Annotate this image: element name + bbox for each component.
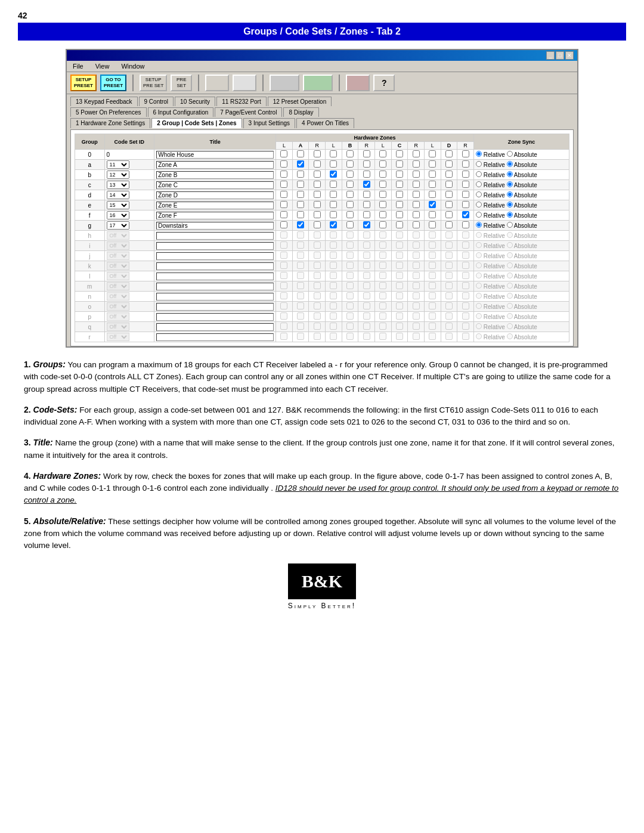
zone-A-L-checkbox[interactable] [280,171,287,178]
codeset-cell[interactable]: 17 [104,221,154,231]
codeset-cell[interactable]: 14 [104,190,154,200]
zone-B-checkbox[interactable] [330,221,337,228]
setup-preset-button[interactable]: SETUPPRESET [70,75,97,91]
sync-relative-radio[interactable] [476,202,482,208]
zone-F-checkbox[interactable] [462,191,469,198]
title-cell[interactable] [154,221,276,231]
sync-absolute-radio[interactable] [507,212,513,218]
zone-E-checkbox[interactable] [429,160,436,168]
zone-D-L-checkbox[interactable] [379,171,386,178]
zone-C-checkbox[interactable] [363,201,370,208]
tab-group-code-sets-zones[interactable]: 2 Group | Code Sets | Zones [151,118,242,128]
zone-F-L-checkbox[interactable] [445,191,453,198]
sync-absolute-radio[interactable] [507,222,513,228]
zone-B-L-checkbox[interactable] [314,191,321,198]
tab-power-on-pref[interactable]: 5 Power On Preferences [70,107,147,117]
zone-F-L-checkbox[interactable] [445,160,453,168]
sync-relative-radio[interactable] [476,212,482,218]
zone-D-checkbox[interactable] [396,191,403,198]
tab-input-settings[interactable]: 3 Input Settings [243,118,296,128]
codeset-cell[interactable]: 0 [104,150,154,160]
toolbar-btn-8[interactable] [303,75,333,91]
zone-E-L-checkbox[interactable] [413,150,420,157]
toolbar-btn-6[interactable] [233,75,256,91]
zone-A-checkbox[interactable] [297,211,304,218]
menu-view[interactable]: View [92,62,113,70]
zone-B-checkbox[interactable] [330,150,337,157]
tab-security[interactable]: 10 Security [175,97,215,106]
zone-A-L-checkbox[interactable] [280,150,287,157]
title-input[interactable] [156,222,274,230]
tab-preset-operation[interactable]: 12 Preset Operation [268,97,332,106]
zone-C-checkbox[interactable] [363,181,370,188]
zone-E-L-checkbox[interactable] [413,181,420,188]
zone-B-L-checkbox[interactable] [314,160,321,168]
zone-E-checkbox[interactable] [429,171,436,178]
title-cell[interactable] [154,170,276,180]
title-cell[interactable] [154,160,276,170]
sync-absolute-radio[interactable] [507,191,513,197]
zone-A-L-checkbox[interactable] [280,191,287,198]
sync-relative-radio[interactable] [476,191,482,197]
title-input[interactable] [156,202,274,209]
zone-D-L-checkbox[interactable] [379,181,386,188]
sync-absolute-radio[interactable] [507,181,513,187]
setup-button[interactable]: SETUPPRE SET [140,75,167,91]
zone-E-L-checkbox[interactable] [413,171,420,178]
tab-hardware-zone-settings[interactable]: 1 Hardware Zone Settings [70,118,150,128]
codeset-select[interactable]: 16 [107,211,129,219]
menu-file[interactable]: File [69,62,87,70]
menu-window[interactable]: Window [117,62,148,70]
toolbar-btn-9[interactable] [346,75,370,91]
codeset-cell[interactable]: 15 [104,200,154,210]
zone-F-checkbox[interactable] [462,160,469,168]
zone-E-checkbox[interactable] [429,211,436,218]
zone-B-L-checkbox[interactable] [314,150,321,157]
zone-C-L-checkbox[interactable] [346,181,354,188]
zone-F-L-checkbox[interactable] [445,221,453,228]
zone-F-L-checkbox[interactable] [445,171,453,178]
sync-relative-radio[interactable] [476,181,482,187]
tab-power-on-titles[interactable]: 4 Power On Titles [296,118,354,128]
maximize-button[interactable]: □ [556,51,564,60]
zone-B-L-checkbox[interactable] [314,201,321,208]
zone-B-L-checkbox[interactable] [314,181,321,188]
close-button[interactable]: ✕ [565,51,574,60]
zone-A-checkbox[interactable] [297,201,304,208]
zone-E-L-checkbox[interactable] [413,211,420,218]
zone-F-checkbox[interactable] [462,150,469,157]
zone-D-checkbox[interactable] [396,171,403,178]
zone-C-L-checkbox[interactable] [346,150,354,157]
zone-D-checkbox[interactable] [396,181,403,188]
zone-E-checkbox[interactable] [429,150,436,157]
codeset-cell[interactable]: 11 [104,160,154,170]
sync-relative-radio[interactable] [476,161,482,167]
title-cell[interactable] [154,200,276,210]
zone-A-checkbox[interactable] [297,150,304,157]
zone-C-L-checkbox[interactable] [346,160,354,168]
tab-display[interactable]: 8 Display [283,107,318,117]
zone-B-checkbox[interactable] [330,191,337,198]
tab-control[interactable]: 9 Control [139,97,174,106]
zone-E-checkbox[interactable] [429,181,436,188]
zone-C-checkbox[interactable] [363,171,370,178]
zone-B-L-checkbox[interactable] [314,171,321,178]
sync-relative-radio[interactable] [476,171,482,177]
zone-A-checkbox[interactable] [297,191,304,198]
codeset-select[interactable]: 11 [107,160,129,169]
zone-C-checkbox[interactable] [363,211,370,218]
zone-C-checkbox[interactable] [363,160,370,168]
sync-absolute-radio[interactable] [507,151,513,157]
sync-relative-radio[interactable] [476,222,482,228]
tab-page-event[interactable]: 7 Page/Event Control [215,107,282,117]
zone-F-checkbox[interactable] [462,221,469,228]
zone-C-L-checkbox[interactable] [346,191,354,198]
zone-C-checkbox[interactable] [363,221,370,228]
zone-A-checkbox[interactable] [297,160,304,168]
zone-B-checkbox[interactable] [330,181,337,188]
zone-D-L-checkbox[interactable] [379,160,386,168]
zone-F-L-checkbox[interactable] [445,181,453,188]
zone-D-L-checkbox[interactable] [379,221,386,228]
zone-A-L-checkbox[interactable] [280,221,287,228]
toolbar-btn-5[interactable] [205,75,229,91]
